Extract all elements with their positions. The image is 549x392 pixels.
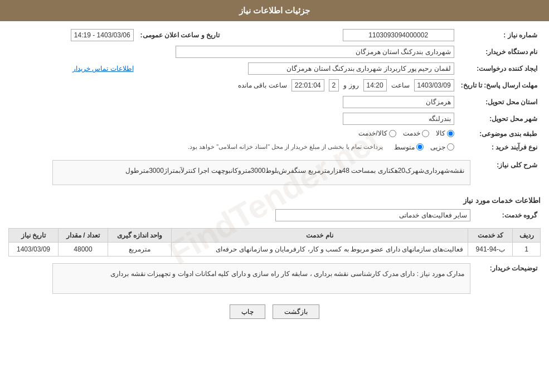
ettelaat-link[interactable]: اطلاعات تماس خریدار	[72, 65, 134, 72]
radio-kala[interactable]: کالا	[436, 129, 454, 137]
rooz-value: 2	[329, 79, 339, 91]
tarikhe-elaan-label: تاریخ و ساعت اعلان عمومی:	[137, 27, 223, 43]
mohlat-label: مهلت ارسال پاسخ: تا تاریخ:	[458, 77, 541, 94]
tabaqe-label: طبقه بندی موضوعی:	[458, 127, 541, 141]
noe-farayand-row: جزیی متوسط پرداخت تمام یا بخشی از مبلغ خ…	[8, 141, 458, 153]
remaining-label: ساعت باقی مانده	[238, 81, 287, 89]
buttons-row: بازگشت چاپ	[8, 304, 541, 319]
tozi-value-cell: مدارک مورد نیاز : دارای مدرک کارشناسی نق…	[8, 261, 474, 296]
tarikhe-elaan-value: 1403/03/06 - 14:19	[8, 27, 137, 43]
col-name: نام خدمت	[171, 228, 468, 242]
khedmat-section-title: اطلاعات خدمات مورد نیاز	[8, 196, 541, 205]
rooz-label: روز و	[343, 81, 358, 89]
shahr-label: شهر محل تحویل:	[458, 110, 541, 127]
services-table: ردیف کد خدمت نام خدمت واحد اندازه گیری ت…	[8, 228, 541, 257]
cell-code: ب-94-941	[468, 242, 513, 256]
cell-date: 1403/03/09	[9, 242, 59, 256]
page-header: جزئیات اطلاعات نیاز	[0, 0, 549, 21]
nam-dastgah-value: شهرداری بندرکنگ استان هرمزگان	[8, 43, 458, 60]
noe-farayand-label: نوع فرآیند خرید :	[458, 141, 541, 153]
mohlat-date: 1403/03/09	[414, 79, 454, 91]
shomara-value: 1103093094000002	[223, 27, 458, 43]
ettelaat-link-cell[interactable]: اطلاعات تماس خریدار	[8, 60, 137, 77]
print-button[interactable]: چاپ	[230, 304, 265, 319]
col-unit: واحد اندازه گیری	[108, 228, 171, 242]
tozi-label: توضیحات خریدار:	[474, 261, 541, 296]
radio-motaset[interactable]: متوسط	[394, 143, 424, 151]
sharh-label: شرح کلی نیاز:	[474, 158, 541, 192]
nam-dastgah-label: نام دستگاه خریدار:	[458, 43, 541, 60]
tabaqe-radios: کالا خدمت کالا/خدمت	[8, 127, 458, 141]
radio-kala-khedmat[interactable]: کالا/خدمت	[358, 129, 396, 137]
back-button[interactable]: بازگشت	[273, 304, 319, 319]
saet-value: 14:20	[363, 79, 387, 91]
col-radif: ردیف	[513, 228, 541, 242]
col-code: کد خدمت	[468, 228, 513, 242]
cell-qty: 48000	[59, 242, 108, 256]
ostan-value: هرمزگان	[8, 94, 458, 110]
ostan-label: استان محل تحویل:	[458, 94, 541, 110]
goroh-value-cell: سایر فعالیت‌های خدماتی	[8, 207, 474, 224]
radio-jozi[interactable]: جزیی	[430, 143, 454, 151]
table-row: 1 ب-94-941 فعالیت‌های سازمانهای دارای عض…	[9, 242, 541, 256]
sharh-value-cell: نقشه‌شهرداری‌شهرک20هکتاری بمساحت 48هزارم…	[8, 158, 474, 192]
cell-radif: 1	[513, 242, 541, 256]
sharh-value: نقشه‌شهرداری‌شهرک20هکتاری بمساحت 48هزارم…	[52, 160, 470, 185]
remaining-time: 22:01:04	[291, 79, 324, 91]
shomara-label: شماره نیاز :	[458, 27, 541, 43]
farayand-note: پرداخت تمام یا بخشی از مبلغ خریدار از مح…	[188, 143, 383, 151]
cell-unit: مترمربع	[108, 242, 171, 256]
mohlat-values: 1403/03/09 ساعت 14:20 روز و 2 22:01:04 س…	[8, 77, 458, 94]
ijad-label: ایجاد کننده درخواست:	[458, 60, 541, 77]
col-qty: تعداد / مقدار	[59, 228, 108, 242]
col-date: تاریخ نیاز	[9, 228, 59, 242]
shahr-value: بندرلنگه	[8, 110, 458, 127]
ijad-value: لقمان رحیم پور کاربرداز شهرداری بندرکنگ …	[137, 60, 458, 77]
radio-khedmat[interactable]: خدمت	[403, 129, 429, 137]
page-title: جزئیات اطلاعات نیاز	[239, 6, 310, 15]
tozi-value: مدارک مورد نیاز : دارای مدرک کارشناسی نق…	[52, 263, 470, 294]
goroh-label: گروه خدمت:	[474, 207, 541, 224]
cell-name: فعالیت‌های سازمانهای دارای عضو مربوط به …	[171, 242, 468, 256]
saet-label: ساعت	[391, 81, 410, 89]
